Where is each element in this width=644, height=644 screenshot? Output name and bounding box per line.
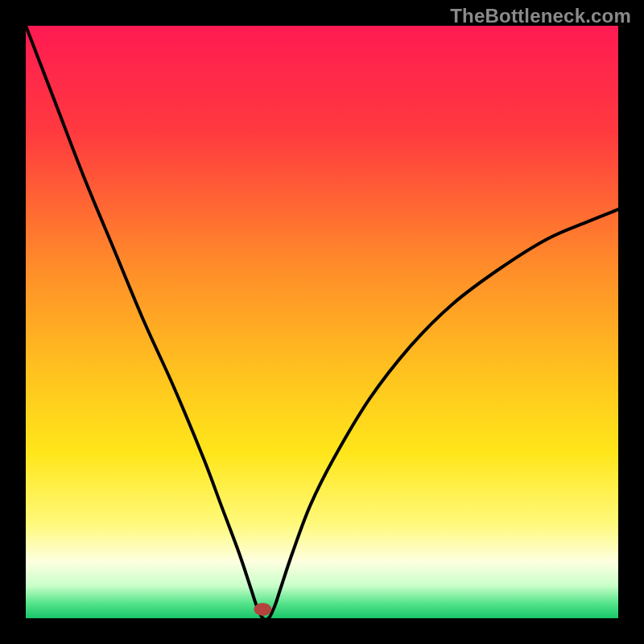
plot-area [26,26,618,618]
optimum-marker [254,603,271,616]
chart-frame: TheBottleneck.com [0,0,644,644]
gradient-background [26,26,618,618]
watermark-text: TheBottleneck.com [450,5,631,27]
bottleneck-chart [26,26,618,618]
